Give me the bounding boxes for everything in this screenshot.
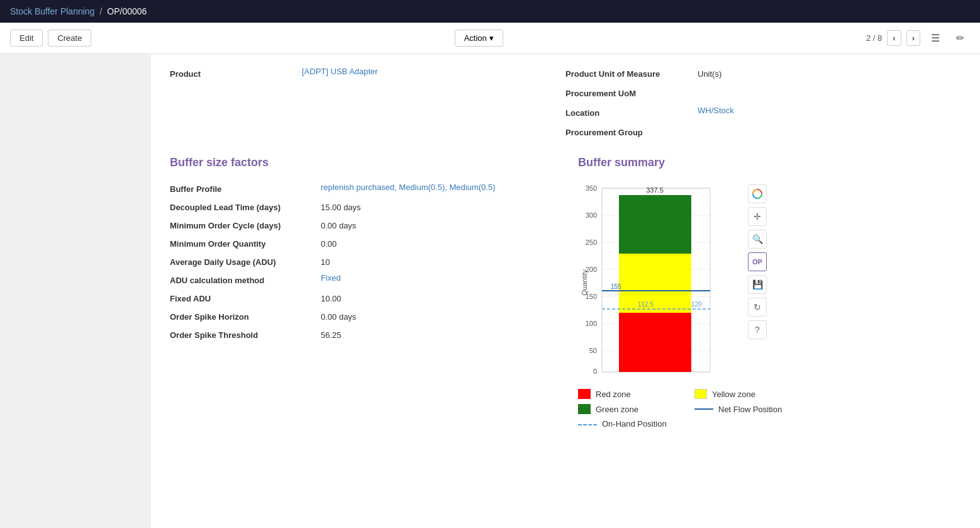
legend-net-flow-line — [694, 408, 713, 410]
product-label: Product — [170, 67, 296, 79]
product-section: Product [ADPT] USB Adapter Product Unit … — [151, 54, 980, 143]
buffer-summary-section: Buffer summary 350 300 250 200 150 100 5… — [578, 156, 961, 429]
order-spike-threshold-value: 56.25 — [321, 328, 553, 340]
chart-save-icon[interactable]: 💾 — [748, 275, 767, 294]
min-order-cycle-label: Minimum Order Cycle (days) — [170, 218, 315, 230]
top-bar: Stock Buffer Planning / OP/00006 — [0, 0, 980, 23]
toolbar: Edit Create Action ▾ 2 / 8 ‹ › ☰ ✏ — [0, 23, 980, 54]
legend-red: Red zone — [578, 389, 676, 399]
legend-red-label: Red zone — [596, 390, 631, 399]
legend-on-hand: On-Hand Position — [578, 419, 676, 429]
legend-green-color — [578, 404, 591, 414]
main-content: Product [ADPT] USB Adapter Product Unit … — [0, 54, 980, 528]
svg-text:250: 250 — [586, 239, 597, 246]
svg-text:0: 0 — [593, 368, 597, 375]
chart-move-icon[interactable]: ✛ — [748, 207, 767, 226]
buffer-profile-value[interactable]: replenish purchased, Medium(0.5), Medium… — [321, 182, 553, 193]
action-button[interactable]: Action ▾ — [455, 30, 503, 47]
svg-text:337.5: 337.5 — [646, 186, 664, 194]
legend-red-color — [578, 389, 591, 399]
next-button[interactable]: › — [906, 30, 920, 46]
svg-text:120: 120 — [691, 301, 702, 308]
product-value[interactable]: [ADPT] USB Adapter — [302, 67, 565, 76]
legend-yellow-label: Yellow zone — [712, 390, 755, 399]
breadcrumb-separator: / — [99, 6, 102, 16]
svg-text:100: 100 — [586, 320, 597, 327]
adu-calc-label: ADU calculation method — [170, 273, 315, 285]
list-view-button[interactable]: ☰ — [925, 29, 945, 47]
fixed-adu-value: 10.00 — [321, 291, 553, 303]
prev-button[interactable]: ‹ — [887, 30, 901, 46]
toolbar-right: 2 / 8 ‹ › ☰ ✏ — [866, 29, 970, 47]
breadcrumb-current: OP/00006 — [107, 6, 147, 16]
red-zone-bar — [619, 313, 691, 372]
pagination-info: 2 / 8 — [866, 33, 882, 43]
min-order-qty-value: 0.00 — [321, 237, 553, 249]
svg-text:50: 50 — [589, 347, 597, 354]
chart-refresh-icon[interactable]: ↻ — [748, 298, 767, 317]
adu-calc-value[interactable]: Fixed — [321, 273, 553, 283]
location-label: Location — [565, 106, 691, 118]
decoupled-lead-time-label: Decoupled Lead Time (days) — [170, 200, 315, 212]
left-sidebar — [0, 54, 151, 528]
edit-view-button[interactable]: ✏ — [950, 29, 970, 47]
buffer-fields: Buffer Profile replenish purchased, Medi… — [170, 182, 553, 340]
legend-yellow-color — [694, 389, 707, 399]
buffer-sections: Buffer size factors Buffer Profile reple… — [151, 143, 980, 441]
chart-color-icon[interactable] — [748, 184, 767, 203]
min-order-qty-label: Minimum Order Quantity — [170, 237, 315, 249]
product-uom-label: Product Unit of Measure — [565, 67, 691, 79]
yellow-zone-bar — [619, 254, 691, 313]
buffer-summary-title: Buffer summary — [578, 156, 961, 169]
buffer-size-title: Buffer size factors — [170, 156, 553, 169]
order-spike-horizon-value: 0.00 days — [321, 310, 553, 322]
svg-text:112.5: 112.5 — [638, 301, 654, 308]
fixed-adu-label: Fixed ADU — [170, 291, 315, 303]
bar-chart: 350 300 250 200 150 100 50 0 — [578, 182, 742, 377]
create-button[interactable]: Create — [48, 30, 91, 47]
location-value[interactable]: WH/Stock — [698, 106, 961, 115]
procurement-uom-label: Procurement UoM — [565, 86, 691, 98]
min-order-cycle-value: 0.00 days — [321, 218, 553, 230]
chart-container: 350 300 250 200 150 100 50 0 — [578, 182, 742, 379]
svg-text:300: 300 — [586, 211, 597, 219]
legend-green: Green zone — [578, 404, 676, 414]
svg-text:Quantity: Quantity — [581, 269, 588, 295]
legend-net-flow-label: Net Flow Position — [718, 405, 782, 414]
chart-op-icon[interactable]: OP — [748, 252, 767, 271]
chart-legend: Red zone Yellow zone Green zone Net Flow… — [578, 389, 792, 429]
procurement-uom-value — [698, 86, 961, 89]
buffer-profile-label: Buffer Profile — [170, 182, 315, 194]
legend-on-hand-label: On-Hand Position — [602, 419, 667, 429]
chart-zoom-icon[interactable]: 🔍 — [748, 230, 767, 249]
right-product-fields: Product Unit of Measure Unit(s) Procurem… — [565, 67, 961, 137]
chart-area: 350 300 250 200 150 100 50 0 — [578, 182, 961, 379]
avg-daily-usage-value: 10 — [321, 255, 553, 267]
breadcrumb-parent[interactable]: Stock Buffer Planning — [10, 6, 94, 16]
svg-text:155: 155 — [611, 283, 621, 290]
order-spike-threshold-label: Order Spike Threshold — [170, 328, 315, 340]
procurement-group-label: Procurement Group — [565, 125, 691, 137]
form-area: Product [ADPT] USB Adapter Product Unit … — [151, 54, 980, 528]
breadcrumb: Stock Buffer Planning / OP/00006 — [10, 6, 147, 16]
legend-on-hand-line — [578, 424, 597, 425]
edit-button[interactable]: Edit — [10, 30, 43, 47]
left-product-fields: Product [ADPT] USB Adapter — [170, 67, 565, 137]
order-spike-horizon-label: Order Spike Horizon — [170, 310, 315, 322]
procurement-group-value — [698, 125, 961, 128]
legend-net-flow: Net Flow Position — [694, 404, 792, 414]
chart-toolbar: ✛ 🔍 OP 💾 ↻ ? — [748, 184, 767, 339]
buffer-size-factors: Buffer size factors Buffer Profile reple… — [170, 156, 553, 429]
svg-text:350: 350 — [586, 184, 597, 192]
toolbar-left: Edit Create — [10, 30, 91, 47]
product-uom-value: Unit(s) — [698, 67, 961, 79]
chart-help-icon[interactable]: ? — [748, 320, 767, 339]
legend-green-label: Green zone — [596, 405, 638, 414]
avg-daily-usage-label: Average Daily Usage (ADU) — [170, 255, 315, 267]
dropdown-arrow-icon: ▾ — [489, 33, 494, 43]
green-zone-bar — [619, 195, 691, 254]
legend-yellow: Yellow zone — [694, 389, 792, 399]
decoupled-lead-time-value: 15.00 days — [321, 200, 553, 212]
